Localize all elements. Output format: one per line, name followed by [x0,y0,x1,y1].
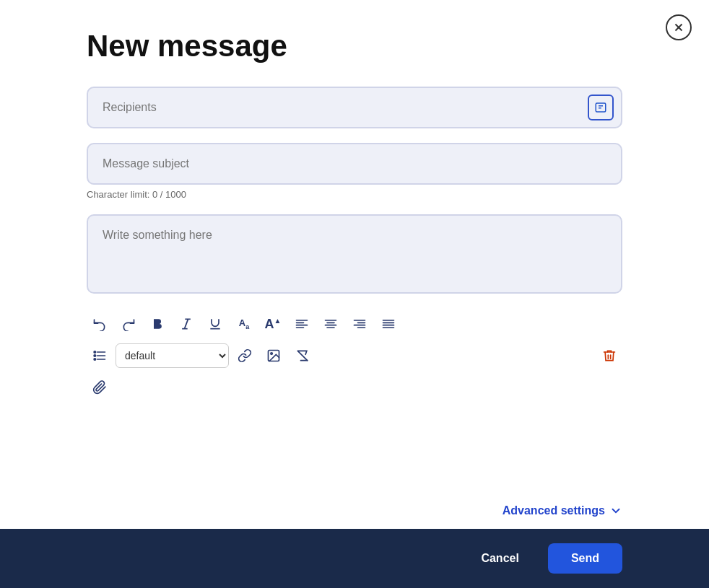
chevron-down-icon [609,504,622,517]
cancel-button[interactable]: Cancel [464,543,536,574]
italic-icon [179,317,193,331]
recipients-wrapper [87,87,622,128]
page-title: New message [87,29,622,63]
modal-footer: Cancel Send [0,529,709,588]
undo-icon [92,317,107,331]
align-right-button[interactable] [347,311,373,337]
attach-button[interactable] [87,374,113,400]
redo-icon [121,317,136,331]
subject-group: Character limit: 0 / 1000 [87,143,622,200]
align-left-button[interactable] [289,311,315,337]
align-center-icon [323,317,338,331]
close-icon [672,21,685,34]
align-left-icon [295,317,309,331]
subject-input[interactable] [87,143,622,185]
body-group [87,214,622,297]
formatting-toolbar: Aa A▲ [87,311,622,400]
close-button[interactable] [666,14,692,40]
clear-format-icon [295,348,310,363]
advanced-settings-label: Advanced settings [503,504,605,517]
align-center-button[interactable] [318,311,344,337]
redo-button[interactable] [116,311,142,337]
underline-button[interactable] [202,311,228,337]
person-card-icon [594,101,607,114]
bold-button[interactable] [144,311,170,337]
italic-button[interactable] [173,311,199,337]
recipients-picker-button[interactable] [588,95,614,120]
justify-button[interactable] [375,311,401,337]
link-button[interactable] [232,343,258,369]
align-right-icon [352,317,367,331]
font-size-small-button[interactable]: Aa [231,311,257,337]
toolbar-row-1: Aa A▲ [87,311,622,337]
new-message-modal: New message Character limit: 0 / 1000 [0,0,709,588]
list-icon [92,348,107,363]
send-button[interactable]: Send [548,543,622,574]
link-icon [238,348,252,363]
modal-body: New message Character limit: 0 / 1000 [0,0,709,493]
image-button[interactable] [261,343,287,369]
toolbar-row-2: default Arial Times New Roman Courier [87,343,622,369]
char-limit-label: Character limit: 0 / 1000 [87,189,622,200]
svg-point-32 [271,353,273,355]
trash-icon [602,348,617,363]
delete-button[interactable] [596,343,622,369]
recipients-input[interactable] [87,87,622,128]
advanced-settings-button[interactable]: Advanced settings [503,504,622,517]
recipients-group [87,87,622,128]
paperclip-icon [92,380,107,395]
svg-point-29 [94,359,96,361]
advanced-settings-row: Advanced settings [0,493,709,529]
svg-point-27 [94,355,96,357]
justify-icon [381,317,396,331]
underline-icon [208,317,222,331]
svg-point-25 [94,351,96,354]
clear-format-button[interactable] [290,343,316,369]
font-size-large-button[interactable]: A▲ [260,311,286,337]
image-icon [266,348,281,363]
bold-icon [150,317,165,331]
svg-line-7 [185,319,188,328]
font-select[interactable]: default Arial Times New Roman Courier [116,343,229,368]
font-size-large-icon: A▲ [265,317,282,332]
list-button[interactable] [87,343,113,369]
toolbar-row-3 [87,374,622,400]
font-size-small-icon: Aa [239,317,249,330]
undo-button[interactable] [87,311,113,337]
message-body-input[interactable] [87,214,622,294]
